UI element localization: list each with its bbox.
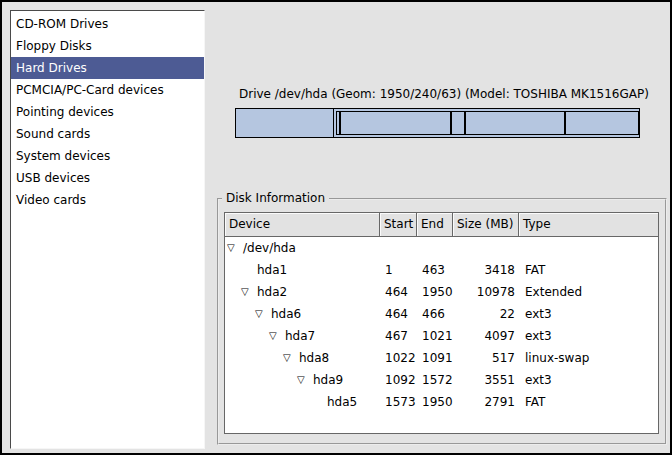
sidebar-item-pcmcia-devices[interactable]: PCMCIA/PC-Card devices: [11, 79, 204, 101]
column-header-start[interactable]: Start: [380, 213, 417, 237]
expander-open-icon[interactable]: ▽: [255, 303, 271, 325]
type-cell: linux-swap: [519, 347, 658, 369]
sidebar-item-system-devices[interactable]: System devices: [11, 145, 204, 167]
disk-information-label: Disk Information: [222, 191, 329, 206]
table-row[interactable]: ▽/dev/hda: [225, 237, 658, 259]
end-cell: [417, 237, 453, 259]
end-cell: 1572: [417, 369, 453, 391]
start-cell: 464: [380, 281, 417, 303]
type-cell: FAT: [519, 391, 658, 413]
size-cell: 517: [453, 347, 519, 369]
device-label: hda7: [285, 325, 315, 347]
sidebar-item-pointing-devices[interactable]: Pointing devices: [11, 101, 204, 123]
size-cell: 10978: [453, 281, 519, 303]
table-row[interactable]: ▽hda1 1 463 3418 FAT: [225, 259, 658, 281]
disk-information-group: Disk Information Device Start End Size (…: [217, 198, 667, 445]
type-cell: ext3: [519, 303, 658, 325]
column-header-device[interactable]: Device: [225, 213, 380, 237]
sidebar-item-hard-drives[interactable]: Hard Drives: [11, 57, 204, 79]
drive-title: Drive /dev/hda (Geom: 1950/240/63) (Mode…: [239, 87, 649, 101]
sidebar-item-usb-devices[interactable]: USB devices: [11, 167, 204, 189]
type-cell: ext3: [519, 369, 658, 391]
device-label: /dev/hda: [243, 237, 296, 259]
partition-segment-hda7[interactable]: [340, 111, 451, 135]
size-cell: [453, 237, 519, 259]
start-cell: [380, 237, 417, 259]
sidebar-item-floppy-disks[interactable]: Floppy Disks: [11, 35, 204, 57]
table-row[interactable]: ▽hda6 464 466 22 ext3: [225, 303, 658, 325]
end-cell: 466: [417, 303, 453, 325]
sidebar-item-video-cards[interactable]: Video cards: [11, 189, 204, 211]
end-cell: 463: [417, 259, 453, 281]
expander-open-icon[interactable]: ▽: [241, 281, 257, 303]
device-label: hda1: [257, 259, 287, 281]
sidebar-item-cdrom-drives[interactable]: CD-ROM Drives: [11, 13, 204, 35]
expander-open-icon[interactable]: ▽: [269, 325, 285, 347]
size-cell: 22: [453, 303, 519, 325]
device-category-list: CD-ROM Drives Floppy Disks Hard Drives P…: [10, 10, 205, 449]
start-cell: 1573: [380, 391, 417, 413]
start-cell: 1: [380, 259, 417, 281]
device-label: hda9: [313, 369, 343, 391]
partition-bar: [235, 108, 640, 138]
end-cell: 1950: [417, 391, 453, 413]
table-header-row: Device Start End Size (MB) Type: [225, 213, 658, 237]
sidebar-item-sound-cards[interactable]: Sound cards: [11, 123, 204, 145]
size-cell: 2791: [453, 391, 519, 413]
partition-segment-hda1[interactable]: [236, 109, 334, 137]
partition-segment-hda9[interactable]: [465, 111, 565, 135]
type-cell: Extended: [519, 281, 658, 303]
size-cell: 3551: [453, 369, 519, 391]
start-cell: 467: [380, 325, 417, 347]
partition-segment-hda8[interactable]: [451, 111, 465, 135]
size-cell: 4097: [453, 325, 519, 347]
table-row[interactable]: ▽hda7 467 1021 4097 ext3: [225, 325, 658, 347]
device-label: hda8: [299, 347, 329, 369]
end-cell: 1950: [417, 281, 453, 303]
start-cell: 464: [380, 303, 417, 325]
disk-information-table: Device Start End Size (MB) Type ▽/dev/hd…: [224, 212, 659, 434]
expander-open-icon[interactable]: ▽: [297, 369, 313, 391]
partition-segment-hda5[interactable]: [565, 111, 639, 135]
end-cell: 1021: [417, 325, 453, 347]
start-cell: 1022: [380, 347, 417, 369]
table-row[interactable]: ▽hda5 1573 1950 2791 FAT: [225, 391, 658, 413]
size-cell: 3418: [453, 259, 519, 281]
column-header-end[interactable]: End: [417, 213, 453, 237]
device-label: hda2: [257, 281, 287, 303]
start-cell: 1092: [380, 369, 417, 391]
table-row[interactable]: ▽hda8 1022 1091 517 linux-swap: [225, 347, 658, 369]
type-cell: ext3: [519, 325, 658, 347]
expander-open-icon[interactable]: ▽: [227, 237, 243, 259]
table-row[interactable]: ▽hda2 464 1950 10978 Extended: [225, 281, 658, 303]
end-cell: 1091: [417, 347, 453, 369]
type-cell: FAT: [519, 259, 658, 281]
table-row[interactable]: ▽hda9 1092 1572 3551 ext3: [225, 369, 658, 391]
device-label: hda5: [327, 391, 357, 413]
type-cell: [519, 237, 658, 259]
device-label: hda6: [271, 303, 301, 325]
expander-open-icon[interactable]: ▽: [283, 347, 299, 369]
column-header-size[interactable]: Size (MB): [453, 213, 519, 237]
column-header-type[interactable]: Type: [519, 213, 658, 237]
hardware-browser-window: CD-ROM Drives Floppy Disks Hard Drives P…: [0, 0, 672, 455]
